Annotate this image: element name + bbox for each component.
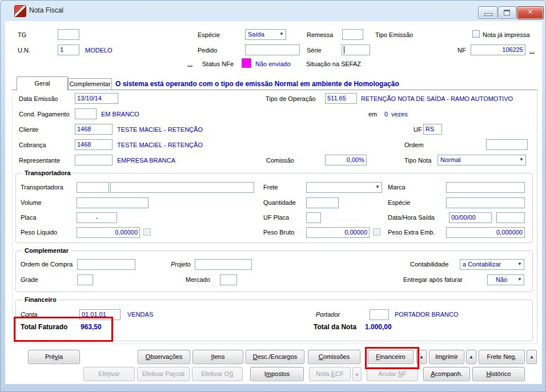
efetivar-parcial-button[interactable]: Efetivar Parcial <box>137 367 190 381</box>
tipo-nota-dropdown[interactable]: Normal ▼ <box>437 155 526 165</box>
mercado-label: Mercado <box>186 276 210 284</box>
cliente-field[interactable]: 1468 <box>75 124 113 135</box>
contabilidade-label: Contabilidade <box>410 261 448 268</box>
parcelas-em-label: em <box>368 111 377 118</box>
especie-value: Saída <box>248 31 264 38</box>
especie-dropdown[interactable]: Saída ▼ <box>245 29 286 40</box>
financeiro-button[interactable]: Financeiro <box>368 350 413 364</box>
pedido-field[interactable] <box>245 45 300 55</box>
data-hora-saida-label: Data/Hora Saída <box>388 214 435 221</box>
data-saida-field[interactable]: 00/00/00 <box>449 212 492 223</box>
cobranca-field[interactable]: 1468 <box>75 139 113 150</box>
quantidade-field[interactable] <box>306 197 339 208</box>
cobranca-label: Cobrança <box>19 142 46 149</box>
grade-field[interactable] <box>77 274 93 285</box>
ordem-field[interactable] <box>486 139 528 150</box>
cobranca-desc: TESTE MACIEL - RETENÇÃO <box>117 142 203 149</box>
ordem-compra-field[interactable] <box>77 259 135 270</box>
comissao-field[interactable]: 0,00% <box>325 155 367 165</box>
remessa-field[interactable] <box>342 29 363 40</box>
projeto-field[interactable] <box>195 259 252 270</box>
situacao-sefaz-label: Situação na SEFAZ <box>306 60 361 68</box>
nota-ecf-button[interactable]: Nota ECF <box>309 367 351 381</box>
serie-field[interactable] <box>342 45 370 55</box>
peso-bruto-checkbox[interactable] <box>373 228 380 236</box>
frete-neg-expand-arrow-button[interactable]: ▲ <box>527 350 537 364</box>
peso-extra-label: Peso Extra Emb. <box>388 229 435 236</box>
peso-liquido-label: Peso Líquido <box>21 229 57 236</box>
hora-saida-field[interactable] <box>496 212 525 223</box>
chevron-down-icon: ▼ <box>517 277 522 282</box>
close-button[interactable]: ✕ <box>517 6 544 19</box>
uf-placa-label: UF Placa <box>263 214 289 221</box>
minimize-button[interactable] <box>478 6 497 19</box>
minimize-icon <box>484 13 492 16</box>
itens-button[interactable]: Itens <box>192 350 243 364</box>
entregar-apos-faturar-dropdown[interactable]: Não ▼ <box>487 274 524 285</box>
frete-label: Frete <box>263 184 278 191</box>
previa-button[interactable]: Prévia <box>28 350 80 364</box>
uf-placa-field[interactable] <box>306 212 321 223</box>
efetivar-os-button[interactable]: Efetivar OS <box>192 367 243 381</box>
window-title: Nota Fiscal <box>29 6 63 14</box>
frete-neg-button[interactable]: Frete Neg. <box>479 350 525 364</box>
nf-field[interactable]: 106225 <box>471 45 525 55</box>
data-emissao-label: Data Emissão <box>19 95 58 103</box>
status-nfe-more-link[interactable]: ... <box>187 60 192 67</box>
grade-label: Grade <box>21 276 38 284</box>
comissoes-button[interactable]: Comissões <box>308 350 360 364</box>
conta-field[interactable]: 01.01.01 <box>79 309 121 320</box>
anular-nf-button[interactable]: Anular NF <box>367 367 418 381</box>
maximize-icon <box>504 10 510 15</box>
peso-liquido-field[interactable]: 0,00000 <box>77 227 140 238</box>
titlebar[interactable]: Nota Fiscal ✕ <box>1 1 546 21</box>
nf-more-link[interactable]: ... <box>529 47 535 54</box>
contabilidade-dropdown[interactable]: a Contabilizar ▼ <box>460 259 524 270</box>
portador-field[interactable] <box>370 309 389 320</box>
imprimir-expand-arrow-button[interactable]: ▲ <box>466 350 476 364</box>
uf-field[interactable]: RS <box>423 124 442 135</box>
representante-field[interactable] <box>75 155 113 165</box>
peso-extra-field[interactable]: 0,000000 <box>446 227 525 238</box>
tab-geral[interactable]: Geral <box>17 76 68 90</box>
chevron-down-icon: ▼ <box>375 184 380 189</box>
volume-field[interactable] <box>77 197 148 208</box>
imprimir-button[interactable]: Imprimir <box>429 350 464 364</box>
mercado-field[interactable] <box>220 274 237 285</box>
historico-button[interactable]: Histórico <box>472 367 525 381</box>
peso-bruto-field[interactable]: 0,00000 <box>306 227 370 238</box>
serie-label: Série <box>307 47 322 54</box>
transportadora-code-field[interactable] <box>77 182 109 193</box>
peso-liquido-checkbox[interactable] <box>143 228 151 236</box>
tg-field[interactable] <box>58 29 79 40</box>
entregar-apos-faturar-value: Não <box>496 276 507 284</box>
total-da-nota-label: Total da Nota <box>314 324 356 331</box>
nota-ecf-expand-arrow-button[interactable]: ▲ <box>352 367 362 381</box>
transportadora-name-field[interactable] <box>110 182 254 193</box>
data-emissao-field[interactable]: 13/10/14 <box>75 93 118 104</box>
tipo-operacao-field[interactable]: 511.65 <box>325 93 357 104</box>
efetivar-button[interactable]: Efetivar <box>83 367 135 381</box>
desc-encargos-button[interactable]: Desc./Encargos <box>246 350 304 364</box>
cond-pagamento-field[interactable] <box>75 108 97 119</box>
especie-label: Espécie <box>198 31 220 39</box>
tipo-nota-label: Tipo Nota <box>404 157 431 164</box>
financeiro-expand-arrow-button[interactable]: ▲ <box>416 350 427 364</box>
cond-pagamento-desc: EM BRANCO <box>101 111 139 118</box>
maximize-button[interactable] <box>498 6 516 19</box>
un-field[interactable]: 1 <box>58 45 79 55</box>
frete-dropdown[interactable]: ▼ <box>306 182 382 193</box>
especie-emb-field[interactable] <box>446 197 525 208</box>
tab-complementar[interactable]: Complementar <box>68 78 112 90</box>
nota-ja-impressa-checkbox[interactable] <box>472 30 480 38</box>
acompanh-button[interactable]: Acompanh. <box>423 367 470 381</box>
marca-field[interactable] <box>446 182 525 193</box>
transportadora-legend: Transportadora <box>22 169 73 177</box>
close-icon: ✕ <box>517 8 543 16</box>
financeiro-group <box>15 300 533 341</box>
observacoes-button[interactable]: Observações <box>138 350 190 364</box>
impostos-button[interactable]: Impostos <box>250 367 304 381</box>
text-cursor <box>344 46 344 54</box>
placa-field[interactable]: - <box>77 212 117 223</box>
remessa-label: Remessa <box>307 31 333 39</box>
